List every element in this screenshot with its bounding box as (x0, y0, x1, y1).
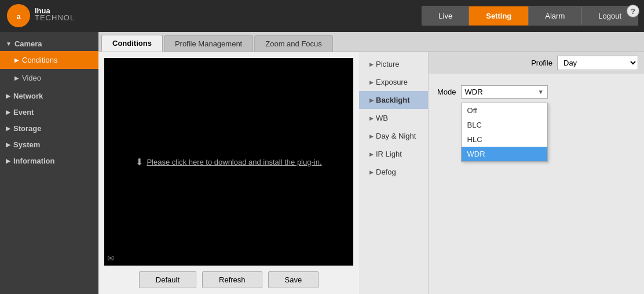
right-panel: ▶ Picture ▶ Exposure ▶ Backlight ▶ WB (359, 52, 644, 294)
svg-text:a: a (16, 12, 21, 21)
sidebar-item-video-label: Video (22, 74, 41, 82)
download-icon: ⬇ (136, 157, 143, 168)
email-icon[interactable]: ✉ (107, 253, 114, 263)
mode-label: Mode (437, 88, 456, 96)
sidebar-section-system-label: System (13, 140, 40, 149)
sidebar-item-video[interactable]: ▶ Video (0, 69, 98, 87)
video-container: ⬇ Please click here to download and inst… (98, 52, 359, 294)
mode-select-button[interactable]: WDR ▼ (461, 85, 548, 99)
header-nav: Live Setting Alarm Logout (422, 6, 638, 26)
tab-content: ⬇ Please click here to download and inst… (98, 52, 644, 294)
day-night-tri-icon: ▶ (369, 133, 374, 139)
profile-row: Profile Day Night Normal (429, 52, 644, 74)
sidebar-section-information[interactable]: ▶ Information (0, 152, 98, 168)
settings-menu: ▶ Picture ▶ Exposure ▶ Backlight ▶ WB (359, 52, 429, 294)
mode-dropdown-arrow-icon: ▼ (538, 89, 544, 95)
mode-row: Mode WDR ▼ Off BLC HLC WDR (437, 85, 635, 99)
wb-tri-icon: ▶ (369, 115, 374, 121)
dropdown-option-hlc[interactable]: HLC (462, 132, 547, 147)
settings-backlight-label: Backlight (376, 96, 410, 104)
sidebar-section-network-label: Network (13, 92, 43, 100)
sidebar-section-information-label: Information (13, 157, 55, 165)
nav-alarm[interactable]: Alarm (528, 6, 581, 26)
video-preview: ⬇ Please click here to download and inst… (104, 58, 353, 266)
download-link-text[interactable]: Please click here to download and instal… (147, 158, 321, 166)
network-arrow-icon: ▶ (6, 93, 10, 99)
sidebar: ▼ Camera ▶ Conditions ▶ Video ▶ Network … (0, 32, 98, 294)
header: a lhua TECHNOLOGY Live Setting Alarm Log… (0, 0, 644, 32)
logo: a lhua TECHNOLOGY (6, 3, 75, 29)
dropdown-option-wdr[interactable]: WDR (462, 147, 547, 161)
mode-dropdown: Off BLC HLC WDR (461, 103, 548, 162)
settings-day-night-label: Day & Night (376, 132, 416, 140)
exposure-tri-icon: ▶ (369, 79, 374, 85)
information-arrow-icon: ▶ (6, 158, 10, 164)
tab-bar: Conditions Profile Management Zoom and F… (98, 32, 644, 52)
sidebar-item-conditions[interactable]: ▶ Conditions (0, 51, 98, 69)
settings-picture-label: Picture (376, 60, 399, 68)
sidebar-item-conditions-label: Conditions (22, 56, 57, 64)
action-buttons: Default Refresh Save (104, 271, 353, 288)
defog-tri-icon: ▶ (369, 169, 374, 175)
settings-ir-light-label: IR Light (376, 150, 402, 158)
svg-text:TECHNOLOGY: TECHNOLOGY (35, 13, 75, 22)
settings-defog[interactable]: ▶ Defog (359, 163, 428, 181)
settings-exposure[interactable]: ▶ Exposure (359, 73, 428, 91)
mode-select-container: WDR ▼ Off BLC HLC WDR (461, 85, 548, 99)
profile-label: Profile (531, 59, 552, 67)
save-button[interactable]: Save (268, 271, 319, 288)
ir-light-tri-icon: ▶ (369, 151, 374, 157)
tab-profile-management[interactable]: Profile Management (164, 35, 253, 52)
sidebar-section-event[interactable]: ▶ Event (0, 103, 98, 119)
refresh-button[interactable]: Refresh (202, 271, 262, 288)
settings-exposure-label: Exposure (376, 78, 408, 86)
default-button[interactable]: Default (139, 271, 196, 288)
settings-defog-label: Defog (376, 168, 396, 176)
dropdown-option-blc[interactable]: BLC (462, 118, 547, 132)
mode-selected-value: WDR (465, 88, 483, 96)
conditions-arrow-icon: ▶ (14, 57, 19, 63)
video-arrow-icon: ▶ (14, 75, 19, 81)
sidebar-section-camera-label: Camera (14, 39, 42, 48)
sidebar-section-network[interactable]: ▶ Network (0, 87, 98, 103)
dropdown-option-off[interactable]: Off (462, 103, 547, 118)
settings-wb[interactable]: ▶ WB (359, 109, 428, 127)
sidebar-section-event-label: Event (13, 108, 34, 117)
main-layout: ▼ Camera ▶ Conditions ▶ Video ▶ Network … (0, 32, 644, 294)
settings-ir-light[interactable]: ▶ IR Light (359, 145, 428, 163)
properties-panel: Profile Day Night Normal Mode WDR (429, 52, 644, 294)
storage-arrow-icon: ▶ (6, 125, 10, 132)
settings-day-night[interactable]: ▶ Day & Night (359, 127, 428, 145)
profile-select[interactable]: Day Night Normal (557, 56, 638, 70)
tab-conditions[interactable]: Conditions (101, 35, 163, 52)
tab-zoom-and-focus[interactable]: Zoom and Focus (254, 35, 333, 52)
backlight-tri-icon: ▶ (369, 97, 374, 103)
video-bottom-bar: ✉ (107, 253, 114, 263)
download-prompt[interactable]: ⬇ Please click here to download and inst… (136, 157, 321, 168)
sidebar-section-camera[interactable]: ▼ Camera (0, 35, 98, 51)
event-arrow-icon: ▶ (6, 109, 10, 115)
content-area: Conditions Profile Management Zoom and F… (98, 32, 644, 294)
nav-live[interactable]: Live (422, 6, 469, 26)
sidebar-section-storage-label: Storage (13, 124, 41, 133)
system-arrow-icon: ▶ (6, 141, 10, 148)
sidebar-section-storage[interactable]: ▶ Storage (0, 119, 98, 136)
sidebar-section-system[interactable]: ▶ System (0, 136, 98, 152)
settings-backlight[interactable]: ▶ Backlight (359, 91, 428, 109)
help-button[interactable]: ? (627, 5, 639, 17)
picture-tri-icon: ▶ (369, 61, 374, 67)
settings-wb-label: WB (376, 114, 388, 122)
camera-arrow-icon: ▼ (6, 41, 12, 47)
settings-picture[interactable]: ▶ Picture (359, 55, 428, 73)
logo-svg: a lhua TECHNOLOGY (6, 3, 75, 29)
nav-setting[interactable]: Setting (469, 6, 528, 26)
